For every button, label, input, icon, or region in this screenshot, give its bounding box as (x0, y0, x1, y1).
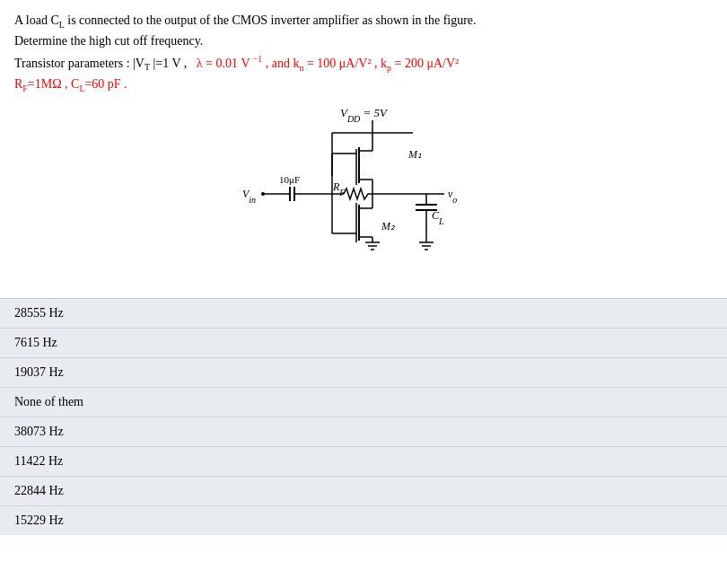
answer-row-1[interactable]: 28555 Hz (0, 299, 727, 329)
answer-row-2[interactable]: 7615 Hz (0, 329, 727, 358)
answer-row-6[interactable]: 11422 Hz (0, 447, 727, 477)
answer-text-5: 38073 Hz (14, 425, 64, 438)
svg-text:M₁: M₁ (407, 148, 422, 161)
svg-text:VDD = 5V: VDD = 5V (340, 106, 389, 124)
answer-row-8[interactable]: 15229 Hz (0, 506, 727, 535)
question-params: Transistor parameters : |VT |=1 V , λ = … (14, 52, 713, 75)
answer-text-8: 15229 Hz (14, 513, 64, 527)
answer-row-3[interactable]: 19037 Hz (0, 358, 727, 388)
circuit-diagram: VDD = 5V M₁ (14, 104, 713, 284)
answer-text-7: 22844 Hz (14, 484, 64, 497)
answer-row-4[interactable]: None of them (0, 388, 727, 417)
circuit-svg: VDD = 5V M₁ (193, 104, 534, 284)
answer-row-7[interactable]: 22844 Hz (0, 477, 727, 506)
answer-row-5[interactable]: 38073 Hz (0, 417, 727, 447)
question-line1: A load CL is connected to the output of … (14, 11, 713, 31)
question-rf-cl: RF=1MΩ , CL=60 pF . (14, 75, 713, 95)
question-area: A load CL is connected to the output of … (0, 0, 727, 299)
svg-text:CL: CL (432, 209, 444, 226)
svg-text:10μF: 10μF (279, 174, 300, 185)
answer-text-3: 19037 Hz (14, 365, 64, 379)
question-text: A load CL is connected to the output of … (14, 11, 713, 95)
answer-text-6: 11422 Hz (14, 454, 63, 468)
question-line2: Determine the high cut off frequency. (14, 31, 713, 51)
answer-text-2: 7615 Hz (14, 336, 57, 349)
answer-text-4: None of them (14, 395, 83, 408)
answers-area: 28555 Hz 7615 Hz 19037 Hz None of them 3… (0, 299, 727, 535)
svg-text:vo: vo (448, 188, 457, 205)
svg-text:Vin: Vin (242, 188, 256, 205)
svg-point-44 (261, 192, 265, 196)
svg-text:M₂: M₂ (381, 220, 396, 233)
answer-text-1: 28555 Hz (14, 306, 64, 320)
